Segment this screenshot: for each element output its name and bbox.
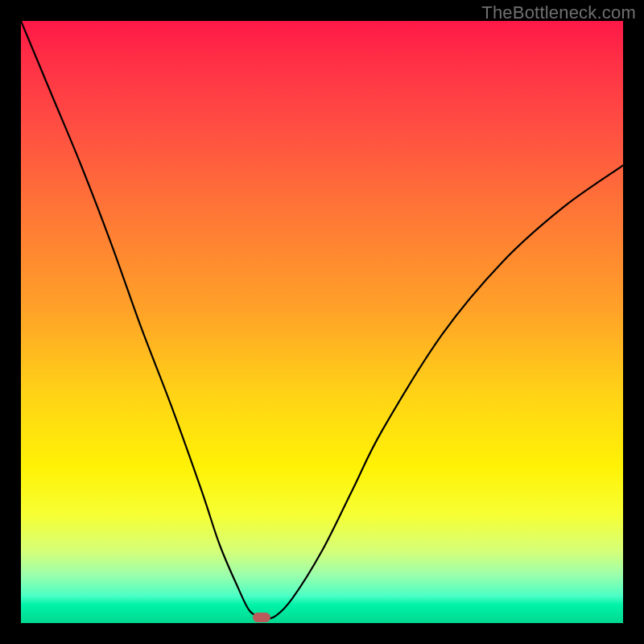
bottleneck-curve (21, 21, 623, 623)
chart-container: TheBottleneck.com (0, 0, 644, 644)
watermark-text: TheBottleneck.com (481, 2, 636, 23)
optimal-point-marker (253, 613, 270, 622)
